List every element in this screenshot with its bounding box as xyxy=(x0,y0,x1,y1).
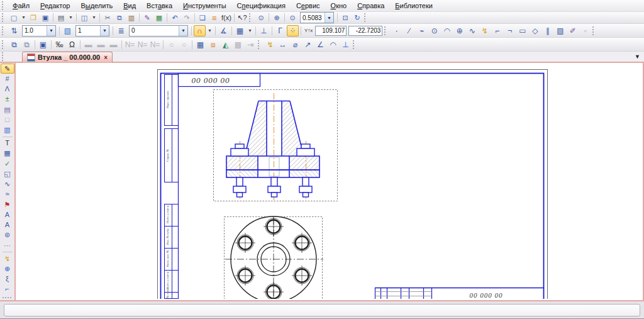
table-tool-button[interactable]: ▦ xyxy=(194,39,206,50)
quick-dimension-button[interactable]: ↯ xyxy=(264,39,276,50)
zoom-rectangle-button[interactable]: ⊙ xyxy=(255,13,267,23)
toolbar-grip[interactable] xyxy=(249,13,253,22)
scale-combo[interactable]: 1.0 ▼ xyxy=(22,25,56,36)
toolbar-grip[interactable] xyxy=(258,40,262,49)
document-scale-button[interactable]: ⇅ xyxy=(8,25,20,36)
menu-help[interactable]: Справка xyxy=(352,1,389,10)
circle-tool[interactable]: ⊙ xyxy=(428,25,440,36)
segment-tool[interactable]: ⌁ xyxy=(416,25,428,36)
panel-geometry[interactable]: ✎ xyxy=(1,64,14,74)
panel-specification[interactable]: ▥ xyxy=(1,125,14,135)
coordinate-x-field[interactable]: 109.107 xyxy=(315,26,347,36)
continuous-input-tool[interactable]: ↯ xyxy=(479,25,491,36)
arc-tool[interactable]: ◠ xyxy=(441,25,453,36)
permille-tool[interactable]: ‰ xyxy=(53,39,65,50)
tool-frame[interactable]: ◱ xyxy=(1,169,14,179)
style-tool[interactable]: ✐ xyxy=(567,25,579,36)
paste-button[interactable]: ▥ xyxy=(126,13,137,23)
toolbar-grip[interactable] xyxy=(364,13,368,22)
tab-close-icon[interactable]: × xyxy=(104,54,108,61)
hatch-tool[interactable]: ▨ xyxy=(554,25,566,36)
datum-symbol-button[interactable]: ⊥ xyxy=(340,39,352,50)
context-help-button[interactable]: ↖? xyxy=(236,13,248,23)
refresh-view-button[interactable]: ↻ xyxy=(352,13,363,23)
tool-text-down[interactable]: A xyxy=(1,210,14,220)
menu-view[interactable]: Вид xyxy=(118,1,141,10)
tool-table-input[interactable]: ▦ xyxy=(1,148,14,159)
tool-corner-line[interactable]: ⌐ xyxy=(1,284,14,294)
zoom-in-out-button[interactable]: ⊕ xyxy=(271,13,282,23)
fx-variables-button[interactable]: f(x) xyxy=(221,13,232,23)
view-number-combo[interactable]: 1 ▼ xyxy=(75,25,109,36)
drawing-canvas[interactable]: Перв. примен. Справ. № Подп. и дата Инв.… xyxy=(16,63,644,300)
view-number-button[interactable]: ▧ xyxy=(62,25,74,36)
tool-position[interactable]: ⊕ xyxy=(1,264,14,274)
auxiliary-line-tool[interactable]: ∕ xyxy=(403,25,415,36)
fillet-tool[interactable]: ¬ xyxy=(504,25,516,36)
copy-object-properties-button[interactable]: ⧉ xyxy=(8,39,20,50)
tool-view-label[interactable]: ⊚ xyxy=(1,230,14,240)
zoom-current-button[interactable]: ⊙ xyxy=(287,13,298,23)
tool-curve-e[interactable]: ≈ xyxy=(1,189,14,199)
preview-arrow[interactable]: ▾ xyxy=(91,13,97,23)
panel-selection[interactable]: ▤ xyxy=(1,104,14,115)
tool-quick-dim[interactable]: ↯ xyxy=(1,254,14,264)
cut-button[interactable]: ✂ xyxy=(102,13,113,23)
copy-style-button[interactable]: ⧉ xyxy=(21,39,33,50)
report-constructor-button[interactable]: ⧈ xyxy=(207,39,219,50)
redo-button[interactable]: ↷ xyxy=(181,13,192,23)
snap-magnet-arrow[interactable]: ▾ xyxy=(206,25,213,36)
toolbar-grip[interactable] xyxy=(2,26,6,35)
layer-combo-arrow[interactable]: ▼ xyxy=(179,26,187,36)
grid-button[interactable]: ▦ xyxy=(234,25,246,36)
leftpanel-grip[interactable] xyxy=(2,52,22,61)
panel-views[interactable]: □ xyxy=(1,115,14,125)
tool-text-right[interactable]: A xyxy=(1,220,14,230)
menu-service[interactable]: Сервис xyxy=(291,1,325,10)
open-button[interactable]: ❐ xyxy=(28,13,39,23)
print-button[interactable]: ▤ xyxy=(55,13,67,23)
arc-dimension-button[interactable]: ◠ xyxy=(327,39,339,50)
preview-button[interactable]: ◫ xyxy=(79,13,90,23)
layer-combo[interactable]: 0 ▼ xyxy=(129,25,188,36)
local-cs-button[interactable]: ⊥ xyxy=(258,25,270,36)
drawing-sheet-svg[interactable]: Перв. примен. Справ. № Подп. и дата Инв.… xyxy=(16,63,641,299)
toolbar-grip[interactable] xyxy=(3,297,11,300)
zoom-combo-arrow[interactable]: ▼ xyxy=(325,13,333,23)
panel-measure-2d[interactable]: ± xyxy=(1,94,14,104)
tool-flag-designation[interactable]: ⚑ xyxy=(1,199,14,210)
point-tool[interactable]: · xyxy=(391,25,402,36)
view-number-combo-arrow[interactable]: ▼ xyxy=(100,26,109,36)
layer-button[interactable]: ≣ xyxy=(115,25,127,36)
document-tab[interactable]: Втулка _ 00.000.00 × xyxy=(22,52,113,62)
zoom-combo[interactable]: 0.5083 ▼ xyxy=(300,12,334,23)
radial-dimension-button[interactable]: ↗ xyxy=(302,39,314,50)
tool-wavy-line[interactable]: ξ xyxy=(1,274,14,284)
toolbar-grip[interactable] xyxy=(384,26,388,35)
spline-tool[interactable]: ∿ xyxy=(466,25,478,36)
omega-symbol-tool[interactable]: Ω xyxy=(66,39,78,50)
save-button[interactable]: ▣ xyxy=(40,13,51,23)
print-arrow[interactable]: ▾ xyxy=(67,13,74,23)
menu-libraries[interactable]: Библиотеки xyxy=(390,1,438,10)
copy-button[interactable]: ⧉ xyxy=(114,13,125,23)
menu-insert[interactable]: Вставка xyxy=(142,1,177,10)
diameter-dimension-button[interactable]: ⌀ xyxy=(289,39,301,50)
snap-magnet-button[interactable]: ∩ xyxy=(194,25,206,36)
panel-designations[interactable]: Λ xyxy=(1,84,14,94)
scale-combo-arrow[interactable]: ▼ xyxy=(47,26,55,36)
menu-tools[interactable]: Инструменты xyxy=(178,1,231,10)
angular-dimension-button[interactable]: ∠ xyxy=(314,39,326,50)
coordinate-y-field[interactable]: -22.7203 xyxy=(348,26,382,36)
undo-button[interactable]: ↶ xyxy=(169,13,180,23)
tab-list-dropdown-icon[interactable]: ▼ xyxy=(635,53,640,60)
ellipse-tool[interactable]: ⊕ xyxy=(453,25,465,36)
grid-arrow[interactable]: ▾ xyxy=(247,25,253,36)
menu-file[interactable]: Файл xyxy=(8,1,35,10)
chamfer-tool[interactable]: ⌐ xyxy=(491,25,503,36)
copy-properties-button[interactable]: ✎ xyxy=(142,13,153,23)
toolbar-grip[interactable] xyxy=(353,40,357,49)
variables-window-button[interactable]: ❏ xyxy=(197,13,208,23)
menu-select[interactable]: Выделить xyxy=(75,1,118,10)
menu-editor[interactable]: Редактор xyxy=(35,1,75,10)
